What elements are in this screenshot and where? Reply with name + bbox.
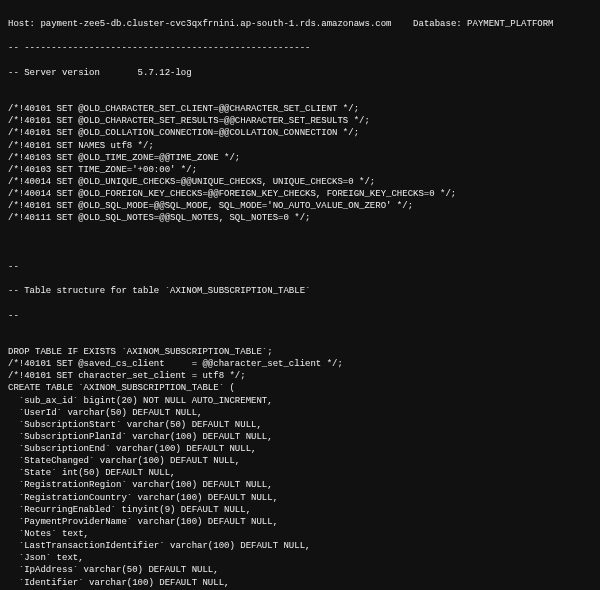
prelude-block: /*!40101 SET @OLD_CHARACTER_SET_CLIENT=@… (8, 91, 592, 225)
sql-dump-viewport: Host: payment-zee5-db.cluster-cvc3qxfrni… (0, 0, 600, 590)
prelude-line: /*!40111 SET @OLD_SQL_NOTES=@@SQL_NOTES,… (8, 212, 592, 224)
sql-line: `Notes` text, (8, 528, 592, 540)
host-label: Host: (8, 19, 35, 29)
sql-line: `PaymentProviderName` varchar(100) DEFAU… (8, 516, 592, 528)
sql-line: DROP TABLE IF EXISTS `AXINOM_SUBSCRIPTIO… (8, 346, 592, 358)
sql-line: `SubscriptionEnd` varchar(100) DEFAULT N… (8, 443, 592, 455)
sql-line: CREATE TABLE `AXINOM_SUBSCRIPTION_TABLE`… (8, 382, 592, 394)
prelude-line (8, 91, 592, 103)
divider-line: -- -------------------------------------… (8, 42, 592, 54)
sql-line: `RecurringEnabled` tinyint(9) DEFAULT NU… (8, 504, 592, 516)
prelude-line: /*!40101 SET @OLD_COLLATION_CONNECTION=@… (8, 127, 592, 139)
sql-line: `RegistrationCountry` varchar(100) DEFAU… (8, 492, 592, 504)
prelude-line: /*!40101 SET @OLD_CHARACTER_SET_RESULTS=… (8, 115, 592, 127)
server-version-line: -- Server version 5.7.12-log (8, 67, 592, 79)
sql-line: /*!40101 SET @saved_cs_client = @@charac… (8, 358, 592, 370)
sql-line: `LastTransactionIdentifier` varchar(100)… (8, 540, 592, 552)
prelude-line: /*!40103 SET @OLD_TIME_ZONE=@@TIME_ZONE … (8, 152, 592, 164)
host-value: payment-zee5-db.cluster-cvc3qxfrnini.ap-… (40, 19, 391, 29)
sql-line: `Json` text, (8, 552, 592, 564)
sql-line: `UserId` varchar(50) DEFAULT NULL, (8, 407, 592, 419)
sql-line (8, 334, 592, 346)
prelude-line: /*!40101 SET NAMES utf8 */; (8, 140, 592, 152)
sql-line: `SubscriptionStart` varchar(50) DEFAULT … (8, 419, 592, 431)
prelude-line: /*!40014 SET @OLD_UNIQUE_CHECKS=@@UNIQUE… (8, 176, 592, 188)
sql-line: `IpAddress` varchar(50) DEFAULT NULL, (8, 564, 592, 576)
section-title: -- Table structure for table `AXINOM_SUB… (8, 285, 592, 297)
section-sep: -- (8, 261, 592, 273)
prelude-line: /*!40014 SET @OLD_FOREIGN_KEY_CHECKS=@@F… (8, 188, 592, 200)
sql-line: `sub_ax_id` bigint(20) NOT NULL AUTO_INC… (8, 395, 592, 407)
sql-line: `Identifier` varchar(100) DEFAULT NULL, (8, 577, 592, 589)
header-line: Host: payment-zee5-db.cluster-cvc3qxfrni… (8, 18, 592, 30)
sql-line: `RegistrationRegion` varchar(100) DEFAUL… (8, 479, 592, 491)
prelude-line: /*!40101 SET @OLD_SQL_MODE=@@SQL_MODE, S… (8, 200, 592, 212)
blank-line (8, 237, 592, 249)
section-sep: -- (8, 310, 592, 322)
prelude-line: /*!40103 SET TIME_ZONE='+00:00' */; (8, 164, 592, 176)
database-value: PAYMENT_PLATFORM (467, 19, 553, 29)
sql-body-block: DROP TABLE IF EXISTS `AXINOM_SUBSCRIPTIO… (8, 334, 592, 590)
database-label: Database: (413, 19, 462, 29)
prelude-line: /*!40101 SET @OLD_CHARACTER_SET_CLIENT=@… (8, 103, 592, 115)
sql-line: /*!40101 SET character_set_client = utf8… (8, 370, 592, 382)
sql-line: `StateChanged` varchar(100) DEFAULT NULL… (8, 455, 592, 467)
sql-line: `SubscriptionPlanId` varchar(100) DEFAUL… (8, 431, 592, 443)
sql-line: `State` int(50) DEFAULT NULL, (8, 467, 592, 479)
